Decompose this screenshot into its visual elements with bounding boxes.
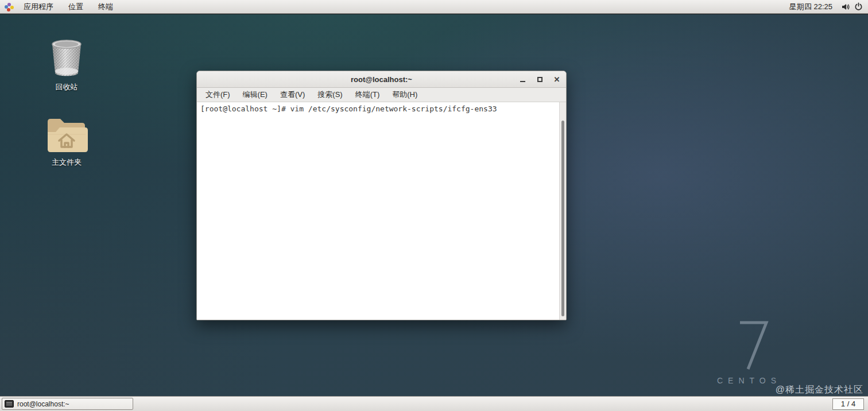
menu-terminal[interactable]: 终端	[92, 1, 119, 13]
terminal-menubar: 文件(F) 编辑(E) 查看(V) 搜索(S) 终端(T) 帮助(H)	[197, 88, 566, 102]
desktop: 回收站 主文件夹 CENTOS @稀土掘金技术社区	[0, 14, 868, 396]
menu-search[interactable]: 搜索(S)	[311, 88, 348, 102]
home-folder-icon	[44, 115, 89, 154]
maximize-button[interactable]	[535, 75, 544, 84]
power-icon[interactable]	[853, 2, 863, 12]
close-icon: ✕	[554, 76, 560, 83]
taskbar-item-label: root@localhost:~	[17, 400, 69, 408]
desktop-screen: 应用程序 位置 终端 星期四 22:25	[0, 0, 868, 411]
menu-applications[interactable]: 应用程序	[17, 1, 60, 13]
terminal-content-area[interactable]: [root@localhost ~]# vim /etc/sysconfig/n…	[197, 102, 566, 320]
community-watermark: @稀土掘金技术社区	[776, 384, 863, 396]
terminal-titlebar[interactable]: root@localhost:~ ✕	[197, 71, 566, 88]
workspace-switcher[interactable]: 1 / 4	[832, 398, 864, 410]
menu-edit[interactable]: 编辑(E)	[237, 88, 274, 102]
menu-help[interactable]: 帮助(H)	[386, 88, 424, 102]
minimize-icon	[520, 81, 525, 82]
menu-places[interactable]: 位置	[62, 1, 90, 13]
panel-left: 应用程序 位置 终端	[5, 1, 119, 13]
taskbar-item-terminal[interactable]: root@localhost:~	[2, 398, 133, 410]
scrollbar-thumb[interactable]	[561, 121, 564, 316]
desktop-icon-home[interactable]: 主文件夹	[35, 115, 98, 168]
window-controls: ✕	[518, 71, 561, 87]
window-title: root@localhost:~	[197, 75, 566, 84]
centos-name-watermark: CENTOS	[717, 376, 781, 385]
terminal-scrollbar[interactable]	[559, 102, 566, 320]
top-panel: 应用程序 位置 终端 星期四 22:25	[0, 0, 868, 14]
volume-icon[interactable]	[840, 2, 851, 12]
panel-right: 星期四 22:25	[784, 2, 863, 12]
menu-file[interactable]: 文件(F)	[199, 88, 237, 102]
desktop-icon-trash[interactable]: 回收站	[35, 37, 98, 92]
menu-view[interactable]: 查看(V)	[274, 88, 311, 102]
applications-icon	[5, 2, 14, 11]
centos-7-watermark	[737, 319, 771, 371]
terminal-task-icon	[5, 400, 14, 408]
menu-terminal[interactable]: 终端(T)	[349, 88, 386, 102]
close-button[interactable]: ✕	[552, 75, 561, 84]
clock[interactable]: 星期四 22:25	[784, 2, 838, 12]
trash-label: 回收站	[56, 82, 78, 92]
minimize-button[interactable]	[518, 75, 527, 84]
terminal-prompt-line: [root@localhost ~]# vim /etc/sysconfig/n…	[197, 102, 566, 115]
trash-basket-icon	[50, 37, 83, 79]
maximize-icon	[537, 77, 542, 82]
terminal-window: root@localhost:~ ✕ 文件(F) 编辑(E) 查看(V) 搜索(…	[196, 71, 567, 320]
home-folder-label: 主文件夹	[52, 157, 82, 168]
taskbar: root@localhost:~ 1 / 4	[0, 396, 868, 411]
